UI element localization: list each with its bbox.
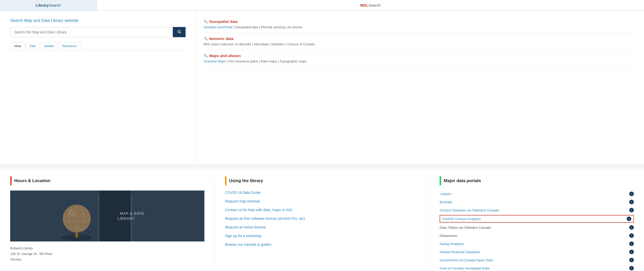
hours-location-col: Hours & Location	[0, 176, 215, 271]
portals-list: <odesi>iBorealisiCensus Datasets via Sta…	[440, 191, 634, 271]
portal-item-1: Borealisi	[440, 199, 634, 205]
svg-text:LIBRARY: LIBRARY	[117, 216, 135, 221]
info-icon-2[interactable]: i	[629, 208, 634, 212]
portal-link-1[interactable]: Borealis	[440, 200, 452, 204]
geospatial-links: Scholars GeoPortal | Geospatial data | R…	[204, 25, 636, 29]
info-icon-6[interactable]: i	[629, 241, 634, 246]
mdl-tab-label: MDLSearch	[360, 3, 381, 7]
portals-accent	[440, 176, 441, 185]
bottom-section: Hours & Location	[0, 169, 644, 271]
hours-header: Hours & Location	[10, 176, 204, 185]
portal-item-9: Govt of Canada Geospatial Datai	[440, 265, 634, 271]
portal-link-3[interactable]: CHASS Census Analyzer	[442, 217, 481, 221]
portal-link-5[interactable]: Datastream	[440, 234, 457, 238]
portal-item-8: Government of Canada Open Datai	[440, 257, 634, 263]
info-icon-0[interactable]: i	[629, 192, 634, 196]
nvivo-license-link[interactable]: Request an NVivo license	[225, 225, 419, 229]
info-icon-5[interactable]: i	[629, 233, 634, 238]
svg-text:MAP & DATA: MAP & DATA	[120, 211, 144, 215]
right-panel: 🔍 Geospatial data Scholars GeoPortal | G…	[196, 11, 644, 164]
search-icon	[177, 29, 181, 34]
contact-help-link[interactable]: Contact us for help with data, maps or G…	[225, 208, 419, 212]
mdl-search-tab[interactable]: MDLSearch	[97, 0, 644, 10]
map-retrieval-link[interactable]: Request map retrieval	[225, 199, 419, 203]
category-numeric: 🔍 Numeric data MDL Data Collection on Bo…	[204, 33, 636, 50]
portal-item-7: Global Financial Databasei	[440, 249, 634, 255]
portals-header: Major data portals	[440, 176, 634, 185]
search-button[interactable]	[173, 27, 186, 37]
portal-link-0[interactable]: <odesi>	[440, 192, 452, 196]
library-search-tab[interactable]: LibrarySearch	[0, 0, 97, 10]
portal-item-6: Gallup Analyticsi	[440, 240, 634, 247]
portal-item-2: Census Datasets via Statistics Canadai	[440, 207, 634, 213]
address-line3: Toronto	[10, 257, 204, 262]
covid-guide-link[interactable]: COVID-19 Data Guide	[225, 191, 419, 195]
main-layout: Search Map and Data Library website View…	[0, 11, 644, 164]
portal-link-9[interactable]: Govt of Canada Geospatial Data	[440, 266, 489, 270]
svg-point-15	[68, 209, 75, 217]
svg-rect-1	[100, 191, 130, 241]
esri-license-link[interactable]: Request an Esri software license (ArcGIS…	[225, 216, 419, 221]
scanned-maps-link[interactable]: Scanned Maps	[204, 59, 226, 63]
portal-link-8[interactable]: Government of Canada Open Data	[440, 258, 493, 262]
svg-rect-2	[133, 191, 166, 241]
category-geospatial: 🔍 Geospatial data Scholars GeoPortal | G…	[204, 16, 636, 33]
portal-link-6[interactable]: Gallup Analytics	[440, 242, 464, 246]
numeric-links: MDL Data Collection on Borealis | Microd…	[204, 42, 636, 46]
search-input[interactable]	[10, 27, 173, 37]
portal-item-5: Datastreami	[440, 232, 634, 239]
maps-links: Scanned Maps | Fire insurance plans | Ra…	[204, 59, 636, 63]
info-icon-7[interactable]: i	[629, 250, 634, 254]
numeric-search-icon: 🔍	[204, 37, 208, 40]
maps-search-icon: 🔍	[204, 54, 208, 58]
maps-title[interactable]: 🔍 Maps and atlases	[204, 53, 636, 58]
info-icon-3[interactable]: i	[627, 216, 631, 221]
search-box-row	[10, 27, 186, 37]
info-icon-4[interactable]: i	[629, 225, 634, 230]
address-line1: Robarts Library	[10, 246, 204, 251]
using-library-title: Using the library	[229, 178, 263, 183]
scholars-geoportal-link[interactable]: Scholars GeoPortal	[204, 25, 232, 29]
portal-item-4: Data Tables via Statistics Canadai	[440, 224, 634, 231]
address-line2: 130 St. George St., 5th Floor	[10, 251, 204, 257]
info-icon-1[interactable]: i	[629, 200, 634, 204]
library-tab-label: LibrarySearch	[36, 3, 61, 7]
using-library-header: Using the library	[225, 176, 419, 185]
info-icon-9[interactable]: i	[629, 266, 634, 270]
workshop-signup-link[interactable]: Sign up for a workshop	[225, 234, 419, 238]
portal-link-2[interactable]: Census Datasets via Statistics Canada	[440, 208, 499, 212]
tab-revisions[interactable]: Revisions	[59, 42, 80, 50]
address-block: Robarts Library 130 St. George St., 5th …	[10, 246, 204, 262]
portals-title: Major data portals	[444, 178, 481, 183]
search-section-title[interactable]: Search Map and Data Library website	[10, 18, 186, 23]
left-panel: Search Map and Data Library website View…	[0, 11, 196, 164]
svg-rect-3	[98, 196, 99, 241]
category-maps: 🔍 Maps and atlases Scanned Maps | Fire i…	[204, 50, 636, 67]
portal-link-7[interactable]: Global Financial Database	[440, 250, 480, 254]
portal-item-3: CHASS Census Analyzeri	[440, 215, 634, 223]
data-portals-col: Major data portals <odesi>iBorealisiCens…	[429, 176, 644, 271]
library-links-list: COVID-19 Data Guide Request map retrieva…	[225, 191, 419, 247]
tab-view[interactable]: View	[10, 42, 25, 50]
geospatial-title[interactable]: 🔍 Geospatial data	[204, 19, 636, 24]
tab-edit[interactable]: Edit	[26, 42, 39, 50]
info-icon-8[interactable]: i	[629, 258, 634, 262]
top-tabs: LibrarySearch MDLSearch	[0, 0, 644, 11]
geospatial-search-icon: 🔍	[204, 20, 208, 23]
hours-accent	[10, 176, 12, 185]
portal-item-0: <odesi>i	[440, 191, 634, 197]
numeric-title[interactable]: 🔍 Numeric data	[204, 36, 636, 41]
tab-delete[interactable]: Delete	[40, 42, 58, 50]
sub-tabs: View Edit Delete Revisions	[10, 42, 186, 50]
library-scene-svg: MAP & DATA LIBRARY	[10, 191, 204, 241]
hours-title: Hours & Location	[14, 178, 50, 183]
library-image: MAP & DATA LIBRARY	[10, 191, 204, 241]
portal-link-4[interactable]: Data Tables via Statistics Canada	[440, 226, 491, 229]
using-library-col: Using the library COVID-19 Data Guide Re…	[215, 176, 430, 271]
using-library-accent	[225, 176, 227, 185]
tutorials-guides-link[interactable]: Browse our tutorials & guides	[225, 242, 419, 247]
